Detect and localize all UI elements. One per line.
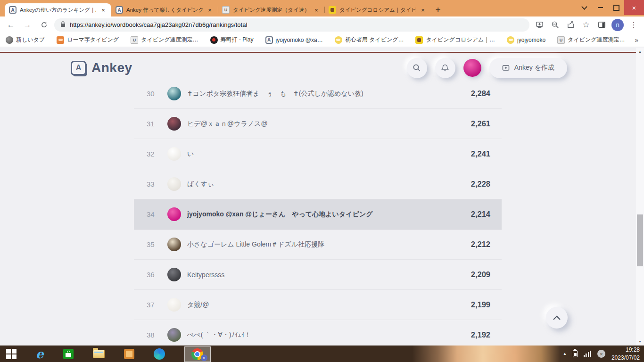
browser-tab[interactable]: タイピング速度測定（タイ速）｜30 <box>218 3 324 16</box>
bookmark-item[interactable]: 新しいタブ <box>6 36 45 44</box>
tab-favicon <box>9 6 17 14</box>
reload-icon[interactable] <box>38 19 50 31</box>
network-signal-icon[interactable] <box>584 351 591 357</box>
back-icon[interactable] <box>5 19 17 31</box>
bookmark-favicon <box>57 36 64 44</box>
player-name: ばくすぃ <box>187 180 471 189</box>
player-name: ヒデ@ｘａｎ@ウラノス@ <box>187 120 471 128</box>
tab-favicon <box>116 6 123 14</box>
tray-expand-icon[interactable] <box>563 352 567 356</box>
rank-number: 37 <box>147 301 167 309</box>
browser-toolbar: https://ankey.io/wordbooks/caa7gja23akg0… <box>0 16 644 33</box>
ranking-row[interactable]: 34 jyojyomoko @xan @じょーさん やって心地よいタイピング 2… <box>134 199 502 230</box>
bookmark-favicon <box>507 36 514 44</box>
scrollbar-thumb[interactable] <box>637 214 643 266</box>
tab-title: タイピングコロシアム｜タイピング練習 <box>339 7 416 14</box>
ranking-row[interactable]: 30 ✝コンポタ宗教狂信者ま゙ぅ゙も゙✝(公式しか認めない教) 2,284 <box>134 79 502 109</box>
microsoft-store-icon[interactable] <box>63 349 74 359</box>
browser-profile-avatar[interactable]: n <box>611 19 624 31</box>
browser-tab[interactable]: Ankey 作って楽しくタイピング練習グ <box>111 3 218 16</box>
tab-search-chevron-icon[interactable] <box>576 0 592 15</box>
search-button[interactable] <box>407 58 427 78</box>
player-score: 2,228 <box>471 180 490 189</box>
internet-explorer-icon[interactable] <box>36 348 44 360</box>
kebab-menu-icon[interactable] <box>628 19 639 31</box>
start-button-icon[interactable] <box>6 349 17 359</box>
zoom-out-icon[interactable] <box>549 19 561 31</box>
player-avatar <box>167 268 181 281</box>
file-explorer-icon[interactable] <box>93 350 105 358</box>
minimize-button[interactable] <box>592 0 608 15</box>
bookmarks-overflow-icon[interactable] <box>635 36 638 44</box>
player-avatar <box>167 328 181 342</box>
tab-list: Ankeyの使い方のランキング｜Anke Ankey 作って楽しくタイピング練習… <box>5 3 431 16</box>
ranking-row[interactable]: 31 ヒデ@ｘａｎ@ウラノス@ 2,261 <box>134 109 502 139</box>
chrome-taskbar-button[interactable]: n <box>184 346 211 362</box>
create-ankey-label: Ankey を作成 <box>514 64 554 72</box>
close-window-button[interactable] <box>624 0 644 15</box>
ranking-row[interactable]: 32 い 2,241 <box>134 139 502 169</box>
sticky-notes-icon[interactable] <box>124 349 134 359</box>
page-scrollbar[interactable] <box>636 48 644 346</box>
share-icon[interactable] <box>565 19 576 31</box>
ranking-row[interactable]: 37 タ競/@ 2,199 <box>134 290 502 320</box>
new-tab-button[interactable] <box>431 3 445 16</box>
lock-icon[interactable] <box>60 21 66 29</box>
tab-close-icon[interactable] <box>206 6 214 14</box>
ankey-logo[interactable]: A Ankey <box>71 60 132 75</box>
rank-number: 32 <box>147 150 167 158</box>
tab-close-icon[interactable] <box>99 6 107 14</box>
ranking-list: 30 ✝コンポタ宗教狂信者ま゙ぅ゙も゙✝(公式しか認めない教) 2,284 31… <box>134 79 502 346</box>
rank-number: 36 <box>147 271 167 279</box>
bookmark-item[interactable]: タイピング速度測定… <box>557 36 625 44</box>
bookmark-star-icon[interactable] <box>580 19 592 31</box>
windows-taskbar: n 19:28 2023/07/02 <box>0 346 644 362</box>
tab-strip: Ankeyの使い方のランキング｜Anke Ankey 作って楽しくタイピング練習… <box>0 0 644 16</box>
bookmark-label: タイピング速度測定… <box>141 36 198 44</box>
user-avatar[interactable] <box>463 59 481 77</box>
create-ankey-button[interactable]: Ankey を作成 <box>489 58 567 78</box>
tab-favicon <box>329 6 336 14</box>
address-bar[interactable]: https://ankey.io/wordbooks/caa7gja23akg0… <box>54 18 529 32</box>
battery-icon[interactable] <box>573 350 578 357</box>
bookmark-item[interactable]: ローマ字タイピング <box>57 36 119 44</box>
tab-close-icon[interactable] <box>313 6 320 14</box>
rank-number: 38 <box>147 331 167 339</box>
bookmark-item[interactable]: 初心者用 タイピング… <box>335 36 404 44</box>
tab-close-icon[interactable] <box>419 6 427 14</box>
url-text[interactable]: https://ankey.io/wordbooks/caa7gja23akg0… <box>70 21 247 28</box>
bookmarks-bar: 新しいタブ ローマ字タイピング タイピング速度測定… 寿司打 - Play jy… <box>0 33 644 47</box>
ranking-row[interactable]: 38 ぺぺ( ｀・∀・)ﾉｲｪｲ！ 2,192 <box>134 320 502 346</box>
tab-favicon <box>222 6 230 14</box>
scrollbar-down-icon[interactable] <box>636 337 644 346</box>
player-score: 2,209 <box>471 270 490 279</box>
edge-icon[interactable] <box>154 348 165 360</box>
player-name: 小さなゴーレム Little Golem＃ドズル社応援隊 <box>187 240 471 249</box>
bookmark-item[interactable]: jyojyomoko <box>507 36 545 44</box>
keycap-icon: A <box>71 61 86 75</box>
bookmark-favicon <box>557 36 565 44</box>
browser-tab[interactable]: タイピングコロシアム｜タイピング練習 <box>324 3 431 16</box>
forward-icon[interactable] <box>21 19 33 31</box>
player-avatar <box>167 177 181 191</box>
bookmark-item[interactable]: jyojyomoko @xa… <box>265 36 323 44</box>
player-avatar <box>167 298 181 312</box>
bookmark-item[interactable]: 寿司打 - Play <box>210 36 254 44</box>
browser-tab[interactable]: Ankeyの使い方のランキング｜Anke <box>5 3 111 16</box>
volume-muted-icon[interactable] <box>597 350 605 358</box>
ranking-row[interactable]: 36 Keityperssss 2,209 <box>134 260 502 290</box>
bookmark-label: 初心者用 タイピング… <box>345 36 404 44</box>
bookmark-item[interactable]: タイピングコロシアム｜… <box>415 36 495 44</box>
maximize-button[interactable] <box>608 0 624 15</box>
bookmark-list: 新しいタブ ローマ字タイピング タイピング速度測定… 寿司打 - Play jy… <box>6 36 625 44</box>
side-panel-icon[interactable] <box>596 19 607 31</box>
scroll-to-top-button[interactable] <box>546 307 568 329</box>
notifications-button[interactable] <box>435 58 455 78</box>
bookmark-item[interactable]: タイピング速度測定… <box>131 36 198 44</box>
clock-date: 2023/07/02 <box>611 354 640 362</box>
install-app-icon[interactable] <box>534 19 545 31</box>
ranking-row[interactable]: 33 ばくすぃ 2,228 <box>134 169 502 199</box>
scrollbar-up-icon[interactable] <box>636 48 644 56</box>
taskbar-clock[interactable]: 19:28 2023/07/02 <box>611 346 640 361</box>
ranking-row[interactable]: 35 小さなゴーレム Little Golem＃ドズル社応援隊 2,212 <box>134 230 502 260</box>
